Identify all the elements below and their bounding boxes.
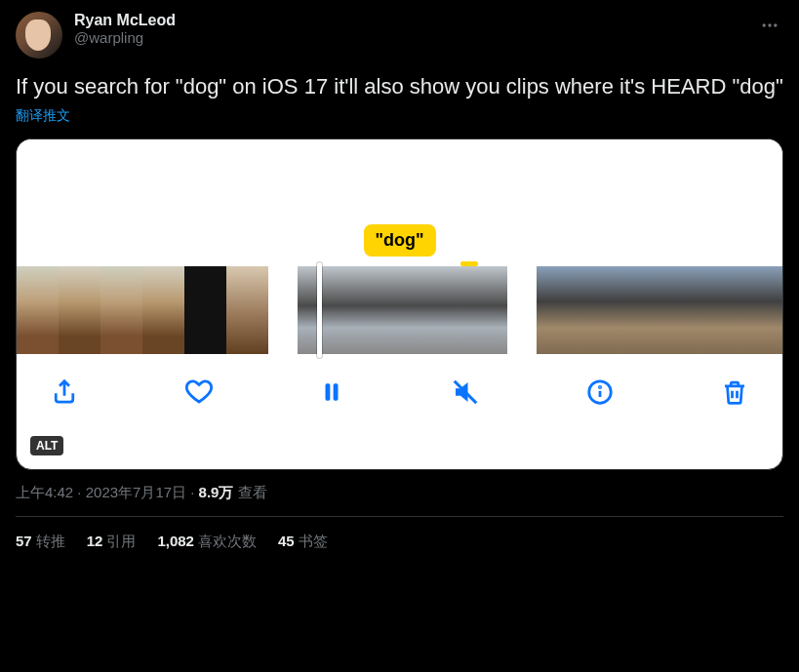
clip-frame	[662, 266, 704, 354]
heart-icon	[184, 377, 214, 407]
likes-stat[interactable]: 1,082喜欢次数	[157, 533, 257, 551]
display-name: Ryan McLeod	[74, 12, 744, 29]
svg-point-8	[599, 386, 600, 387]
share-button[interactable]	[50, 377, 79, 407]
quotes-stat[interactable]: 12引用	[87, 533, 137, 551]
media-card[interactable]: "dog"	[16, 138, 783, 470]
tweet-container: Ryan McLeod @warpling If you search for …	[0, 0, 799, 563]
timestamp[interactable]: 上午4:42 · 2023年7月17日	[16, 484, 186, 500]
author-block[interactable]: Ryan McLeod @warpling	[74, 12, 744, 46]
svg-rect-3	[326, 383, 331, 400]
svg-rect-4	[334, 383, 339, 400]
caption-pill: "dog"	[363, 224, 435, 257]
bookmarks-stat[interactable]: 45书签	[278, 533, 328, 551]
tweet-stats: 57转推 12引用 1,082喜欢次数 45书签	[16, 517, 783, 551]
playhead[interactable]	[317, 262, 322, 358]
svg-point-2	[774, 23, 777, 26]
clip-frame	[746, 266, 783, 354]
clip-frame	[537, 266, 579, 354]
trash-button[interactable]	[720, 377, 749, 407]
more-options-button[interactable]	[756, 12, 783, 43]
clip-frame	[184, 266, 226, 354]
avatar[interactable]	[16, 12, 62, 59]
clip-frame	[704, 266, 746, 354]
tweet-meta: 上午4:42 · 2023年7月17日 · 8.9万 查看	[16, 484, 783, 502]
clip-frame	[381, 266, 423, 354]
ellipsis-icon	[760, 16, 779, 35]
video-filmstrip[interactable]	[17, 266, 782, 354]
info-icon	[585, 377, 615, 407]
media-top-area: "dog"	[17, 139, 782, 266]
clip-frame	[579, 266, 620, 354]
media-toolbar	[17, 354, 782, 424]
mute-icon	[451, 377, 480, 407]
clip-group-2	[298, 266, 507, 354]
clip-frame	[465, 266, 507, 354]
views-count: 8.9万	[199, 484, 234, 500]
mute-button[interactable]	[451, 377, 480, 407]
share-icon	[50, 377, 79, 407]
info-button[interactable]	[585, 377, 615, 407]
clip-frame	[100, 266, 142, 354]
clip-frame	[226, 266, 268, 354]
trash-icon	[720, 377, 749, 407]
tweet-text: If you search for "dog" on iOS 17 it'll …	[16, 72, 783, 101]
tweet-header: Ryan McLeod @warpling	[16, 12, 783, 59]
alt-badge[interactable]: ALT	[30, 436, 63, 455]
clip-frame	[17, 266, 59, 354]
clip-frame	[59, 266, 100, 354]
retweets-stat[interactable]: 57转推	[16, 533, 65, 551]
like-button[interactable]	[184, 377, 214, 407]
pause-icon	[319, 377, 344, 407]
clip-frame	[423, 266, 465, 354]
clip-frame	[620, 266, 662, 354]
user-handle: @warpling	[74, 29, 744, 46]
clip-frame	[340, 266, 381, 354]
svg-point-1	[768, 23, 771, 26]
views-label: 查看	[238, 484, 267, 500]
pause-button[interactable]	[319, 377, 344, 407]
svg-point-0	[763, 23, 766, 26]
clip-group-1	[17, 266, 268, 354]
clip-frame	[142, 266, 184, 354]
clip-group-3	[537, 266, 783, 354]
translate-link[interactable]: 翻译推文	[16, 107, 783, 125]
